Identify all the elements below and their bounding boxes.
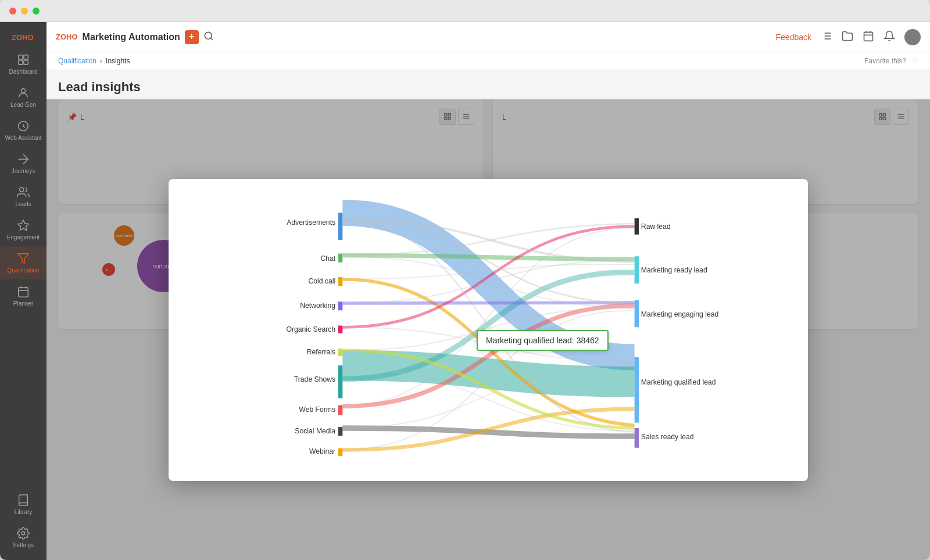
sidebar-item-qualification[interactable]: Qualification — [0, 246, 46, 279]
maximize-button[interactable] — [33, 8, 40, 15]
search-icon[interactable] — [203, 31, 214, 44]
svg-marker-9 — [18, 254, 28, 264]
svg-rect-56 — [338, 348, 343, 356]
top-nav: ZOHO Marketing Automation + Feedback — [46, 22, 930, 52]
svg-rect-59 — [338, 427, 343, 436]
sidebar-item-settings[interactable]: Settings — [10, 521, 36, 554]
svg-rect-57 — [338, 365, 343, 398]
svg-rect-60 — [338, 448, 343, 455]
zoho-logo-text: ZOHO — [56, 33, 78, 41]
svg-point-5 — [21, 89, 25, 93]
svg-marker-8 — [18, 220, 28, 230]
svg-text:Referrals: Referrals — [307, 348, 335, 356]
svg-rect-68 — [635, 300, 639, 327]
app-title: ZOHO Marketing Automation — [56, 32, 180, 42]
svg-text:Web Forms: Web Forms — [299, 405, 335, 413]
svg-rect-23 — [864, 32, 873, 41]
svg-text:Trade Shows: Trade Shows — [294, 375, 335, 383]
sidebar-item-planner[interactable]: Planner — [0, 279, 46, 313]
feedback-button[interactable]: Feedback — [776, 33, 811, 42]
svg-text:Sales ready lead: Sales ready lead — [641, 432, 694, 440]
minimize-button[interactable] — [21, 8, 28, 15]
svg-rect-2 — [24, 55, 28, 59]
svg-rect-53 — [338, 277, 343, 285]
sidebar-item-engagement[interactable]: Engagement — [0, 213, 46, 246]
user-avatar[interactable] — [904, 29, 921, 45]
svg-rect-55 — [338, 325, 343, 333]
sidebar-item-library[interactable]: Library — [10, 488, 36, 521]
bell-icon[interactable] — [884, 30, 895, 44]
svg-line-16 — [210, 38, 212, 40]
svg-rect-67 — [635, 256, 639, 283]
sidebar: ZOHO Dashboard Lead Gen Web Assistant Jo… — [0, 22, 46, 560]
content-area: 📌 L — [46, 99, 930, 560]
sidebar-item-leadgen[interactable]: Lead Gen — [0, 81, 46, 114]
svg-rect-1 — [19, 55, 23, 59]
calendar-icon[interactable] — [863, 30, 874, 44]
zoho-logo: ZOHO — [12, 28, 35, 45]
svg-rect-58 — [338, 405, 343, 415]
add-button[interactable]: + — [185, 30, 199, 44]
svg-text:Marketing engaging lead: Marketing engaging lead — [641, 310, 718, 318]
svg-rect-4 — [24, 60, 28, 64]
svg-rect-70 — [635, 428, 639, 447]
svg-text:Webinar: Webinar — [309, 447, 335, 455]
sankey-modal: Advertisements Chat Cold call Networking… — [169, 179, 808, 481]
svg-text:Social Media: Social Media — [295, 427, 335, 435]
svg-point-15 — [205, 32, 212, 39]
svg-point-14 — [22, 532, 25, 535]
sankey-chart: Advertisements Chat Cold call Networking… — [192, 196, 785, 464]
svg-text:Advertisements: Advertisements — [287, 218, 335, 226]
svg-rect-66 — [635, 218, 639, 234]
title-bar — [0, 0, 930, 22]
sidebar-item-leads[interactable]: Leads — [0, 180, 46, 213]
svg-text:Chat: Chat — [320, 254, 335, 262]
modal-overlay[interactable]: Advertisements Chat Cold call Networking… — [46, 99, 930, 560]
svg-rect-51 — [338, 213, 343, 240]
sidebar-item-webassistant[interactable]: Web Assistant — [0, 114, 46, 147]
sidebar-item-dashboard[interactable]: Dashboard — [0, 48, 46, 81]
nav-actions: Feedback — [776, 29, 921, 45]
folder-icon[interactable] — [842, 30, 853, 44]
svg-rect-3 — [19, 60, 23, 64]
close-button[interactable] — [9, 8, 16, 15]
svg-rect-10 — [19, 288, 28, 297]
sidebar-item-journeys[interactable]: Journeys — [0, 147, 46, 180]
breadcrumb: Qualification › Insights Favorite this? … — [46, 52, 930, 70]
reports-icon[interactable] — [821, 30, 832, 44]
traffic-lights — [9, 8, 40, 15]
svg-rect-52 — [338, 253, 343, 262]
svg-text:Networking: Networking — [300, 301, 335, 310]
svg-text:Marketing qualified lead: Marketing qualified lead — [641, 378, 716, 386]
svg-text:ZOHO: ZOHO — [12, 33, 34, 42]
svg-rect-69 — [635, 357, 639, 422]
page-title: Lead insights — [46, 70, 930, 99]
svg-rect-54 — [338, 301, 343, 310]
svg-text:Organic Search: Organic Search — [286, 325, 335, 333]
svg-text:Cold call: Cold call — [308, 277, 335, 285]
svg-text:Raw lead: Raw lead — [641, 222, 671, 231]
svg-point-7 — [20, 188, 24, 192]
svg-text:Marketing ready lead: Marketing ready lead — [641, 266, 707, 274]
